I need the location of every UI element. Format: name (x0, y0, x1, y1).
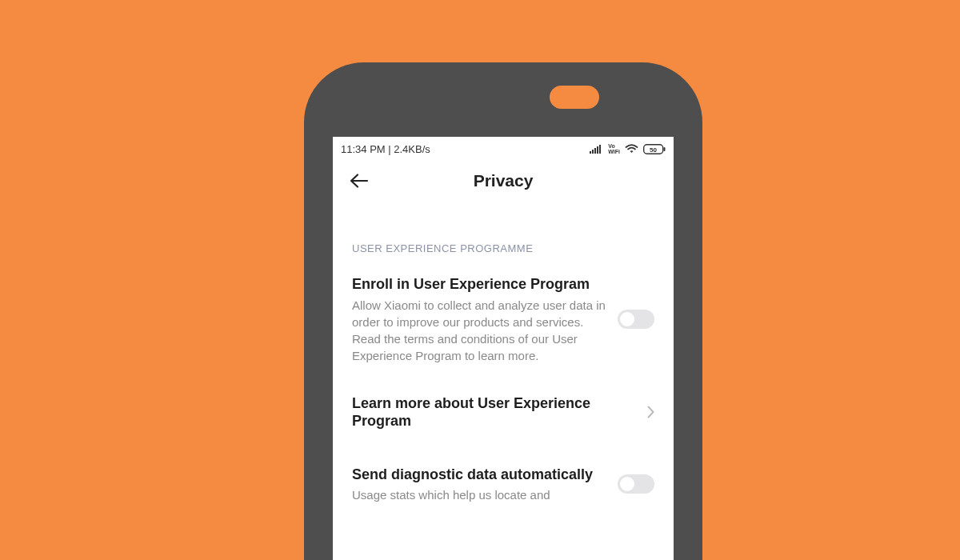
svg-rect-1 (592, 150, 594, 154)
svg-text:50: 50 (650, 146, 657, 153)
status-right: Vo WiFi 50 (590, 143, 666, 154)
setting-text: Learn more about User Experience Program (352, 394, 638, 430)
back-button[interactable] (347, 169, 371, 193)
toggle-enroll[interactable] (618, 310, 654, 329)
phone-frame: 11:34 PM | 2.4KB/s Vo WiFi (304, 62, 702, 560)
setting-item-enroll[interactable]: Enroll in User Experience Program Allow … (333, 264, 674, 377)
vowifi-icon: Vo WiFi (608, 143, 620, 154)
phone-screen: 11:34 PM | 2.4KB/s Vo WiFi (333, 137, 674, 560)
svg-rect-4 (599, 145, 601, 154)
status-speed: 2.4KB/s (394, 143, 430, 155)
setting-desc: Allow Xiaomi to collect and analyze user… (352, 297, 608, 364)
status-left: 11:34 PM | 2.4KB/s (341, 143, 430, 155)
setting-title: Enroll in User Experience Program (352, 275, 608, 294)
wifi-icon (625, 144, 638, 154)
setting-control (618, 310, 654, 329)
battery-icon: 50 (643, 144, 666, 154)
setting-text: Enroll in User Experience Program Allow … (352, 275, 608, 364)
setting-text: Send diagnostic data automatically Usage… (352, 466, 608, 504)
setting-item-learn-more[interactable]: Learn more about User Experience Program (333, 377, 674, 448)
chevron-right-icon (647, 406, 654, 418)
setting-control (647, 406, 654, 418)
setting-title: Send diagnostic data automatically (352, 466, 608, 484)
svg-rect-0 (590, 151, 591, 154)
page-header: Privacy (333, 161, 674, 201)
svg-rect-3 (597, 146, 598, 154)
phone-speaker (550, 86, 599, 109)
arrow-left-icon (349, 173, 370, 189)
signal-icon (590, 144, 603, 154)
status-time: 11:34 PM (341, 143, 386, 155)
setting-control (618, 474, 654, 494)
setting-desc: Usage stats which help us locate and (352, 486, 608, 503)
setting-item-diagnostic[interactable]: Send diagnostic data automatically Usage… (333, 448, 674, 517)
section-header: USER EXPERIENCE PROGRAMME (333, 201, 674, 264)
page-title: Privacy (474, 171, 534, 190)
toggle-diagnostic[interactable] (618, 474, 654, 494)
svg-rect-6 (664, 147, 666, 151)
svg-rect-2 (594, 148, 596, 154)
setting-title: Learn more about User Experience Program (352, 394, 638, 430)
status-bar: 11:34 PM | 2.4KB/s Vo WiFi (333, 137, 674, 161)
